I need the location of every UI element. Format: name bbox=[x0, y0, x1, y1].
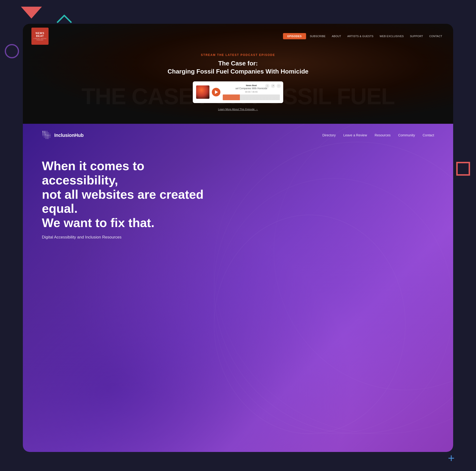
inclusionhub-card: InclusionHub Directory Leave a Review Re… bbox=[23, 124, 453, 452]
player-time: 00:00 / 36:55 bbox=[223, 91, 280, 93]
inclusion-headline: When it comes to accessibility, not all … bbox=[42, 159, 204, 230]
web-exclusives-link[interactable]: WEB EXCLUSIVES bbox=[377, 33, 406, 39]
svg-point-11 bbox=[45, 132, 46, 133]
svg-point-21 bbox=[44, 135, 45, 136]
newsbeat-navbar: NEWS BEAT A SOCIAL JUSTICE PODCAST EPISO… bbox=[23, 24, 453, 49]
community-link[interactable]: Community bbox=[398, 133, 415, 137]
support-link[interactable]: SUPPORT bbox=[408, 33, 425, 39]
play-icon bbox=[215, 90, 218, 94]
newsbeat-card: THE CASE FOR FOSSIL FUEL NEWS BEAT A SOC… bbox=[23, 24, 453, 124]
inclusion-hero: When it comes to accessibility, not all … bbox=[23, 145, 453, 254]
svg-point-26 bbox=[44, 137, 45, 137]
play-button[interactable] bbox=[212, 88, 221, 96]
inclusion-navbar: InclusionHub Directory Leave a Review Re… bbox=[23, 124, 453, 145]
resources-link[interactable]: Resources bbox=[374, 133, 391, 137]
artists-guests-link[interactable]: ARTISTS & GUESTS bbox=[345, 33, 376, 39]
player-info-btn[interactable]: i bbox=[265, 84, 270, 88]
logo-name: NEWS BEAT bbox=[36, 32, 45, 37]
svg-point-5 bbox=[42, 131, 43, 132]
inclusion-subtext: Digital Accessibility and Inclusion Reso… bbox=[42, 235, 434, 240]
player-more-btn[interactable]: ⋯ bbox=[276, 84, 281, 88]
svg-point-19 bbox=[50, 134, 51, 135]
contact-link[interactable]: Contact bbox=[423, 133, 434, 137]
svg-point-17 bbox=[47, 134, 48, 135]
cross-decoration-blue: + bbox=[448, 453, 455, 464]
svg-point-22 bbox=[45, 135, 46, 136]
main-container: THE CASE FOR FOSSIL FUEL NEWS BEAT A SOC… bbox=[23, 24, 453, 452]
contact-link[interactable]: CONTACT bbox=[427, 33, 444, 39]
svg-point-25 bbox=[50, 135, 51, 136]
newsbeat-hero: STREAM THE LATEST PODCAST EPISODE The Ca… bbox=[23, 49, 453, 111]
svg-point-12 bbox=[47, 132, 48, 133]
svg-point-32 bbox=[47, 138, 48, 139]
inclusion-nav-links: Directory Leave a Review Resources Commu… bbox=[322, 133, 434, 137]
svg-point-20 bbox=[42, 135, 43, 136]
svg-point-9 bbox=[42, 132, 43, 133]
svg-point-8 bbox=[47, 131, 48, 132]
leave-review-link[interactable]: Leave a Review bbox=[343, 133, 367, 137]
square-decoration-red bbox=[456, 162, 470, 176]
svg-point-29 bbox=[48, 137, 49, 137]
player-share-btn[interactable]: ↗ bbox=[271, 84, 275, 88]
episode-title: The Case for: Charging Fossil Fuel Compa… bbox=[32, 60, 444, 76]
subscribe-link[interactable]: SUBSCRIBE bbox=[307, 33, 328, 39]
svg-point-13 bbox=[48, 132, 49, 133]
svg-point-24 bbox=[48, 135, 49, 136]
svg-point-15 bbox=[44, 134, 45, 135]
logo-dots-svg bbox=[42, 130, 51, 140]
player-controls-top: i ↗ ⋯ bbox=[265, 84, 281, 88]
svg-point-14 bbox=[42, 134, 43, 135]
player-thumbnail bbox=[196, 85, 209, 99]
triangle-decoration bbox=[21, 7, 42, 18]
svg-point-28 bbox=[47, 137, 48, 137]
newsbeat-nav-links: EPISODES SUBSCRIBE ABOUT ARTISTS & GUEST… bbox=[283, 33, 444, 39]
audio-player: i ↗ ⋯ News Beat uel Companies With Homic… bbox=[193, 81, 283, 103]
svg-point-30 bbox=[50, 137, 51, 137]
svg-point-7 bbox=[45, 131, 46, 132]
svg-point-33 bbox=[48, 138, 49, 139]
svg-point-6 bbox=[44, 131, 45, 132]
stream-label: STREAM THE LATEST PODCAST EPISODE bbox=[32, 53, 444, 57]
directory-link[interactable]: Directory bbox=[322, 133, 336, 137]
inclusion-logo-text: InclusionHub bbox=[54, 133, 84, 138]
svg-point-27 bbox=[45, 137, 46, 137]
svg-point-16 bbox=[45, 134, 46, 135]
learn-more-link[interactable]: Learn More About This Episode → bbox=[32, 108, 444, 111]
chevron-decoration bbox=[55, 13, 74, 25]
episodes-button[interactable]: EPISODES bbox=[283, 33, 306, 39]
inclusion-logo-icon bbox=[42, 130, 51, 140]
svg-point-10 bbox=[44, 132, 45, 133]
logo-subtitle: A SOCIAL JUSTICE PODCAST bbox=[33, 38, 47, 41]
circle-decoration-purple bbox=[5, 44, 19, 58]
newsbeat-logo: NEWS BEAT A SOCIAL JUSTICE PODCAST bbox=[32, 28, 49, 45]
svg-point-18 bbox=[48, 134, 49, 135]
svg-point-23 bbox=[47, 135, 48, 136]
svg-point-31 bbox=[45, 138, 46, 139]
player-waveform[interactable] bbox=[223, 95, 280, 100]
inclusion-logo: InclusionHub bbox=[42, 130, 84, 140]
about-link[interactable]: ABOUT bbox=[329, 33, 343, 39]
